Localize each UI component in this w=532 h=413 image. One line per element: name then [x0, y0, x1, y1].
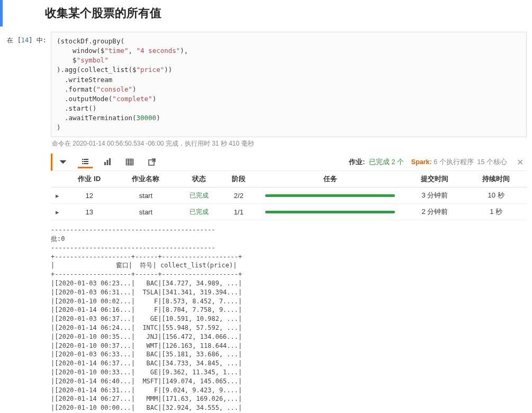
caret-down-icon[interactable] [56, 156, 70, 168]
svg-rect-9 [127, 159, 133, 165]
heading-text: 收集某个股票的所有值 [45, 5, 532, 21]
svg-rect-0 [82, 159, 83, 160]
svg-rect-6 [104, 162, 106, 165]
col-duration: 持续时间 [465, 171, 527, 187]
code-cell: 在 [14] 中: (stockDf.groupBy( window($"tim… [0, 32, 532, 413]
table-row: ▸ 12 start 已完成 2/2 3 分钟前 10 秒 [51, 187, 527, 204]
svg-rect-5 [84, 163, 88, 164]
col-tasks: 任务 [256, 171, 404, 187]
col-job-name: 作业名称 [115, 171, 177, 187]
console-output: ----------------------------------------… [51, 226, 527, 413]
code-input[interactable]: (stockDf.groupBy( window($"time", "4 sec… [51, 32, 527, 137]
col-status: 状态 [176, 171, 221, 187]
col-job-id: 作业 ID [64, 171, 115, 187]
input-prompt: 在 [14] 中: [0, 32, 51, 45]
popout-icon[interactable] [145, 156, 159, 168]
table-icon[interactable] [122, 156, 137, 168]
jobs-table: 作业 ID 作业名称 状态 阶段 任务 提交时间 持续时间 ▸ 12 start… [51, 171, 527, 220]
status-line: 命令在 2020-01-14 00:56:50.534 -06:00 完成，执行… [51, 137, 527, 154]
svg-line-15 [152, 159, 155, 162]
job-toolbar: 作业: 已完成 2 个 Spark: 6 个执行程序 15 个核心 ✕ [51, 154, 527, 171]
svg-rect-3 [84, 161, 88, 162]
list-icon[interactable] [78, 156, 93, 168]
progress-bar [265, 211, 395, 213]
svg-rect-7 [107, 160, 109, 165]
expand-row-icon[interactable]: ▸ [51, 204, 64, 220]
spark-info: Spark: 6 个执行程序 15 个核心 [411, 158, 507, 167]
expand-row-icon[interactable]: ▸ [51, 187, 64, 204]
bar-chart-icon[interactable] [100, 156, 115, 168]
jobs-info: 作业: 已完成 2 个 [349, 158, 404, 167]
svg-rect-4 [82, 163, 83, 164]
svg-rect-8 [109, 158, 111, 165]
close-icon[interactable]: ✕ [517, 157, 524, 167]
col-submitted: 提交时间 [404, 171, 466, 187]
table-row: ▸ 13 start 已完成 1/1 2 分钟前 1 秒 [51, 204, 527, 220]
progress-bar [265, 194, 395, 197]
svg-rect-2 [82, 161, 83, 162]
svg-rect-1 [84, 159, 88, 160]
heading-cell: 收集某个股票的所有值 [0, 0, 532, 26]
col-stages: 阶段 [221, 171, 256, 187]
